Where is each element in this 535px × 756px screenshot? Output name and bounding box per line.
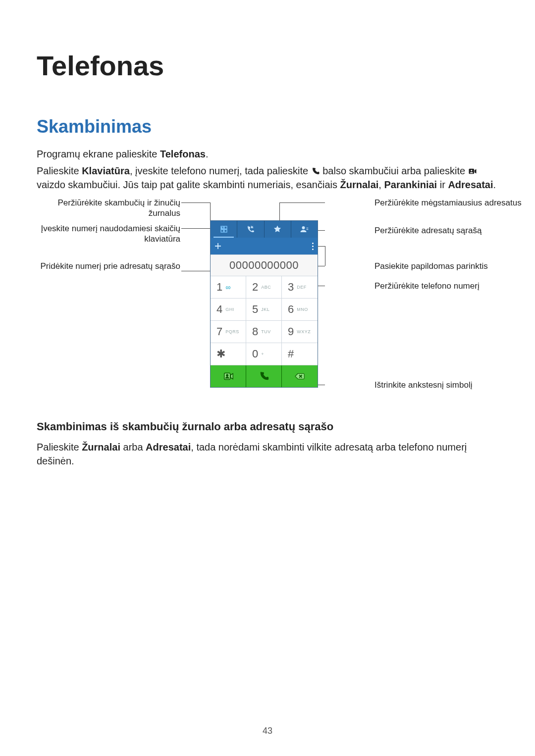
dialer-diagram: Peržiūrėkite skambučių ir žinučių žurnal… [37,198,498,405]
voicemail-icon: ∞ [225,283,230,291]
tab-favorites[interactable] [265,221,291,238]
key-0[interactable]: 0+ [246,343,282,365]
number-display: 00000000000 [211,254,318,276]
svg-point-11 [226,374,228,376]
callout-backspace: Ištrinkite ankstesnį simbolį [374,380,523,390]
add-contact-button[interactable] [214,242,222,251]
svg-point-1 [471,170,472,171]
callout-fav: Peržiūrėkite mėgstamiausius adresatus [374,198,523,208]
callout-contacts: Peržiūrėkite adresatų sąrašą [374,225,523,236]
key-9[interactable]: 9WXYZ [282,321,318,343]
action-row [211,365,318,387]
more-options-button[interactable] [312,243,315,250]
key-4[interactable]: 4GHI [211,299,246,321]
tab-keypad[interactable]: 1 [211,221,237,238]
video-call-button[interactable] [211,365,246,387]
key-5[interactable]: 5JKL [246,299,282,321]
backspace-button[interactable] [282,365,318,387]
dialer-tabs: 1 [211,221,318,238]
svg-rect-8 [307,228,309,228]
page-number: 43 [0,726,535,736]
paragraph-1: Programų ekrane palieskite Telefonas. [37,147,498,161]
key-6[interactable]: 6MNO [282,299,318,321]
callout-logs: Peržiūrėkite skambučių ir žinučių žurnal… [37,198,180,219]
key-1[interactable]: 1∞ [211,276,246,299]
dialer-mock: 1 [210,220,318,388]
key-7[interactable]: 7PQRS [211,321,246,343]
svg-rect-4 [221,230,223,232]
callout-add: Pridėkite numerį prie adresatų sąrašo [37,261,180,271]
add-to-contacts-bar [211,238,318,254]
page-title: Telefonas [37,50,498,82]
document-page: Telefonas Skambinimas Programų ekrane pa… [0,0,535,756]
subsection-heading: Skambinimas iš skambučių žurnalo arba ad… [37,420,498,433]
keypad: 1∞ 2ABC 3DEF 4GHI 5JKL 6MNO 7PQRS 8TUV 9… [211,276,318,365]
svg-rect-9 [307,229,309,230]
key-3[interactable]: 3DEF [282,276,318,299]
svg-point-7 [302,226,305,229]
paragraph-3: Palieskite Žurnalai arba Adresatai, tada… [37,440,498,468]
callout-number: Peržiūrėkite telefono numerį [374,281,523,291]
key-hash[interactable]: # [282,343,318,365]
callout-more: Pasiekite papildomas parinktis [374,261,523,271]
svg-text:1: 1 [221,227,222,229]
svg-rect-3 [224,226,226,229]
tab-logs[interactable] [237,221,264,238]
paragraph-2: Palieskite Klaviatūra, įveskite telefono… [37,164,498,192]
key-8[interactable]: 8TUV [246,321,282,343]
key-2[interactable]: 2ABC [246,276,282,299]
phone-icon [311,165,320,174]
call-button[interactable] [246,365,282,387]
key-star[interactable]: ✱ [211,343,246,365]
video-call-inline-icon [468,165,477,174]
tab-contacts[interactable] [291,221,318,238]
section-heading: Skambinimas [37,116,498,137]
svg-rect-5 [224,230,226,232]
callout-keypad: Įveskite numerį naudodamiesi skaičių kla… [37,223,180,245]
